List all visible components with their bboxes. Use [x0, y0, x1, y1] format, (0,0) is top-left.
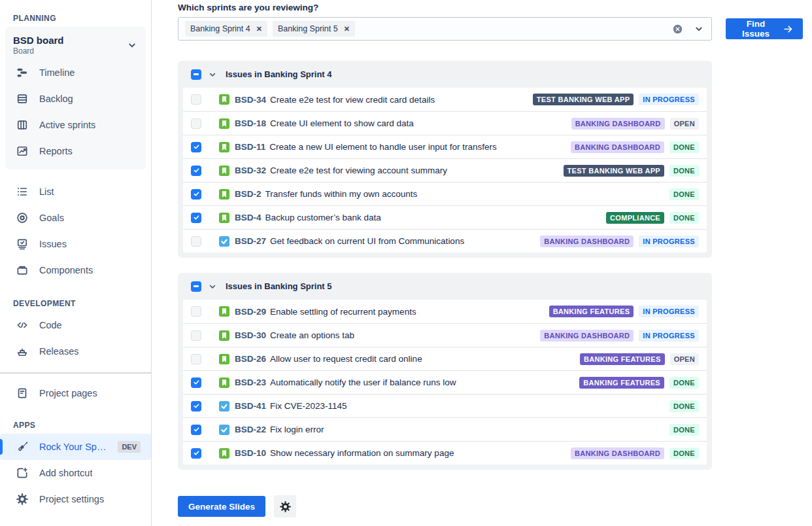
- active-sprints-icon: [16, 118, 29, 132]
- timeline-icon: [16, 66, 29, 79]
- issue-summary: Automatically notify the user if balance…: [270, 377, 456, 387]
- sidebar-item-label: Active sprints: [39, 120, 95, 130]
- task-icon: [219, 425, 229, 435]
- story-icon: [219, 306, 229, 317]
- issue-tag-lozenge: BANKING FEATURES: [549, 306, 634, 317]
- issue-key: BSD-41: [235, 401, 266, 411]
- issue-checkbox[interactable]: [191, 401, 201, 412]
- issue-status-lozenge: DONE: [669, 165, 699, 177]
- sidebar-item-goals[interactable]: Goals: [5, 205, 146, 231]
- issue-status-lozenge: IN PROGRESS: [639, 306, 699, 317]
- chevron-down-icon[interactable]: [693, 23, 705, 35]
- sidebar-item-issues[interactable]: Issues: [5, 231, 146, 257]
- issue-status-lozenge: DONE: [669, 188, 699, 200]
- remove-chip-icon[interactable]: ✕: [344, 26, 350, 33]
- issue-row: BSD-27Get feedback on current UI from Co…: [183, 229, 707, 253]
- sidebar-item-label: Timeline: [39, 67, 75, 78]
- issue-checkbox[interactable]: [191, 377, 201, 388]
- sidebar-item-reports[interactable]: Reports: [5, 138, 146, 164]
- find-issues-button[interactable]: Find Issues: [726, 18, 803, 39]
- sprint-panel: Issues in Banking Sprint 5BSD-29Enable s…: [178, 273, 712, 470]
- issue-summary: Show necessary information on summary pa…: [270, 448, 454, 458]
- issue-checkbox[interactable]: [191, 213, 201, 223]
- issue-row: BSD-26Allow user to request credit card …: [183, 347, 707, 370]
- issue-row: BSD-10Show necessary information on summ…: [183, 441, 707, 465]
- backlog-icon: [16, 92, 29, 105]
- issue-checkbox[interactable]: [191, 166, 201, 176]
- sidebar-item-label: Code: [39, 320, 62, 330]
- select-all-checkbox[interactable]: [191, 69, 201, 80]
- story-icon: [219, 142, 229, 152]
- issue-checkbox[interactable]: [191, 448, 201, 459]
- story-icon: [219, 448, 229, 459]
- sidebar-item-label: Project pages: [39, 388, 97, 398]
- issue-checkbox[interactable]: [191, 425, 201, 435]
- sidebar-item-list[interactable]: List: [5, 179, 146, 205]
- sidebar-item-project-settings[interactable]: Project settings: [5, 486, 146, 512]
- board-card: BSD board Board TimelineBacklogActive sp…: [5, 27, 146, 169]
- planning-section-heading: PLANNING: [5, 14, 146, 23]
- sidebar-item-rock-your-sprint[interactable]: Rock Your Sprint…DEV: [0, 434, 151, 460]
- issue-status-lozenge: DONE: [669, 424, 699, 436]
- issue-key: BSD-18: [235, 118, 266, 128]
- issue-checkbox[interactable]: [191, 354, 201, 364]
- issue-checkbox[interactable]: [191, 330, 201, 341]
- issue-row: BSD-30Create an options tabBANKING DASHB…: [183, 323, 707, 347]
- issue-row: BSD-34Create e2e test for view credit ca…: [183, 88, 707, 111]
- sidebar-item-project-pages[interactable]: Project pages: [5, 380, 146, 406]
- reports-icon: [16, 145, 29, 158]
- sidebar-item-label: Reports: [39, 146, 73, 156]
- releases-icon: [16, 345, 29, 358]
- remove-chip-icon[interactable]: ✕: [256, 26, 262, 33]
- issue-checkbox[interactable]: [191, 118, 201, 129]
- issue-status-lozenge: OPEN: [670, 353, 699, 365]
- issue-summary: Create a new UI element to handle user i…: [269, 142, 496, 152]
- sidebar-item-backlog[interactable]: Backlog: [5, 86, 146, 112]
- issue-summary: Create an options tab: [270, 330, 354, 340]
- issue-row: BSD-18Create UI element to show card dat…: [183, 111, 707, 135]
- issue-summary: Backup customer’s bank data: [265, 213, 381, 222]
- clear-selection-icon[interactable]: [672, 24, 683, 35]
- issue-summary: Enable settling of recurrent payments: [270, 307, 416, 317]
- issue-tag-lozenge: BANKING DASHBOARD: [540, 236, 634, 247]
- chevron-down-icon[interactable]: [207, 69, 218, 80]
- issue-summary: Create UI element to show card data: [270, 118, 414, 128]
- issue-key: BSD-30: [235, 330, 266, 340]
- issue-summary: Fix CVE-2023-1145: [270, 401, 347, 411]
- issue-key: BSD-27: [235, 236, 266, 246]
- issue-checkbox[interactable]: [191, 306, 201, 317]
- issue-tag-lozenge: BANKING DASHBOARD: [540, 330, 634, 342]
- sprint-multiselect[interactable]: Banking Sprint 4✕Banking Sprint 5✕: [178, 17, 712, 41]
- generate-slides-label: Generate Slides: [188, 502, 255, 512]
- story-icon: [219, 330, 229, 341]
- issue-summary: Get feedback on current UI from Communic…: [270, 236, 464, 246]
- dev-badge: DEV: [118, 441, 141, 453]
- sidebar-item-timeline[interactable]: Timeline: [5, 60, 146, 86]
- sidebar-item-code[interactable]: Code: [5, 312, 146, 338]
- issue-tag-lozenge: TEST BANKING WEB APP: [564, 165, 665, 177]
- chevron-down-icon[interactable]: [207, 281, 218, 292]
- sidebar-item-releases[interactable]: Releases: [5, 338, 146, 364]
- story-icon: [219, 213, 229, 223]
- select-all-checkbox[interactable]: [191, 281, 201, 292]
- issue-checkbox[interactable]: [191, 189, 201, 200]
- board-selector[interactable]: BSD board Board: [5, 29, 146, 60]
- sidebar-item-active-sprints[interactable]: Active sprints: [5, 112, 146, 138]
- sidebar-item-components[interactable]: Components: [5, 257, 146, 283]
- issue-checkbox[interactable]: [191, 236, 201, 247]
- issue-tag-lozenge: BANKING DASHBOARD: [571, 447, 664, 459]
- issue-key: BSD-34: [235, 95, 266, 105]
- panel-title: Issues in Banking Sprint 4: [226, 69, 332, 79]
- slides-settings-button[interactable]: [274, 495, 296, 517]
- story-icon: [219, 166, 229, 176]
- sidebar-item-add-shortcut[interactable]: Add shortcut: [5, 460, 146, 486]
- generate-slides-button[interactable]: Generate Slides: [178, 496, 265, 517]
- sprints-question-label: Which sprints are you reviewing?: [178, 3, 803, 12]
- issue-tag-lozenge: BANKING FEATURES: [580, 353, 665, 365]
- issue-checkbox[interactable]: [191, 94, 201, 105]
- sidebar-item-label: List: [39, 186, 54, 197]
- issue-tag-lozenge: BANKING DASHBOARD: [571, 118, 665, 130]
- issue-checkbox[interactable]: [191, 142, 201, 152]
- components-icon: [16, 264, 29, 277]
- issue-status-lozenge: DONE: [669, 400, 699, 412]
